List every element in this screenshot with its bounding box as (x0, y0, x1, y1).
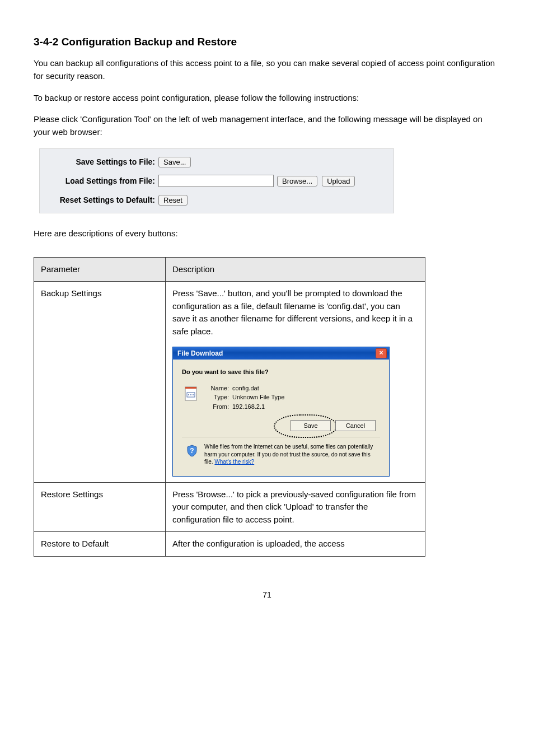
table-row: Backup Settings Press 'Save...' button, … (34, 282, 425, 483)
file-name-label: Name: (205, 384, 232, 393)
col-parameter: Parameter (34, 257, 166, 282)
upload-button[interactable]: Upload (322, 176, 355, 186)
file-type-label: Type: (205, 393, 232, 402)
shield-icon: ? (185, 444, 199, 458)
nav-paragraph: Please click 'Configuration Tool' on the… (34, 113, 500, 139)
close-icon[interactable]: × (376, 348, 387, 358)
dialog-question: Do you want to save this file? (182, 367, 380, 377)
file-from-label: From: (205, 402, 232, 412)
browse-button[interactable]: Browse... (277, 176, 317, 186)
svg-point-3 (188, 394, 189, 395)
dialog-save-button[interactable]: Save (291, 420, 331, 431)
dialog-cancel-button[interactable]: Cancel (335, 420, 376, 431)
col-description: Description (166, 257, 425, 282)
table-intro: Here are descriptions of every buttons: (34, 227, 500, 240)
svg-text:?: ? (190, 447, 194, 455)
param-restore: Restore Settings (34, 482, 166, 532)
svg-point-5 (193, 394, 194, 395)
svg-point-4 (190, 394, 191, 395)
reset-settings-label: Reset Settings to Default: (43, 195, 158, 204)
file-from-value: 192.168.2.1 (232, 402, 265, 412)
save-button[interactable]: Save... (158, 157, 191, 167)
reset-button[interactable]: Reset (158, 195, 188, 206)
whats-the-risk-link[interactable]: What's the risk? (214, 459, 254, 465)
load-settings-label: Load Settings from File: (43, 176, 158, 185)
dialog-title: File Download (177, 348, 223, 358)
param-backup: Backup Settings (34, 282, 166, 483)
save-settings-label: Save Settings to File: (43, 157, 158, 166)
file-name-value: config.dat (232, 384, 259, 393)
file-icon (182, 385, 200, 403)
desc-restore: Press 'Browse...' to pick a previously-s… (166, 482, 425, 532)
svg-rect-1 (185, 387, 196, 389)
settings-panel: Save Settings to File: Save... Load Sett… (39, 148, 394, 213)
usage-paragraph: To backup or restore access point config… (34, 91, 500, 104)
page-number: 71 (34, 590, 500, 599)
description-table: Parameter Description Backup Settings Pr… (34, 257, 425, 557)
desc-restore-default: After the configuration is uploaded, the… (166, 532, 425, 557)
table-row: Restore to Default After the configurati… (34, 532, 425, 557)
desc-backup: Press 'Save...' button, and you'll be pr… (172, 287, 418, 338)
table-row: Restore Settings Press 'Browse...' to pi… (34, 482, 425, 532)
intro-paragraph: You can backup all configurations of thi… (34, 57, 500, 83)
file-type-value: Unknown File Type (232, 393, 284, 402)
file-path-input[interactable] (158, 175, 274, 187)
section-heading: 3-4-2 Configuration Backup and Restore (34, 36, 500, 48)
file-download-dialog: File Download × Do you want to save this… (172, 347, 390, 477)
param-restore-default: Restore to Default (34, 532, 166, 557)
